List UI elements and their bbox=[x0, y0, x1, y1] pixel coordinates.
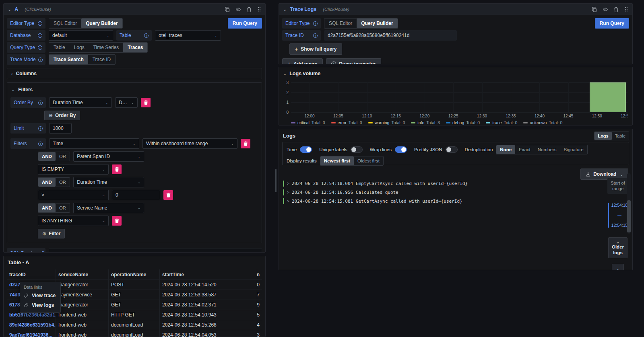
legend-item-debug[interactable]: debugTotal: 0 bbox=[446, 120, 480, 125]
info-icon[interactable] bbox=[38, 126, 43, 131]
info-icon[interactable] bbox=[144, 33, 149, 38]
legend-item-unknown[interactable]: unknownTotal: 0 bbox=[523, 120, 562, 125]
segment-option-numbers[interactable]: Numbers bbox=[534, 145, 560, 154]
segment-option-logs[interactable]: Logs bbox=[70, 43, 89, 52]
remove-filter-button[interactable] bbox=[163, 190, 173, 200]
filter-field-select[interactable]: Service Name bbox=[73, 203, 144, 213]
database-select[interactable]: default bbox=[49, 30, 113, 41]
info-icon[interactable] bbox=[38, 21, 42, 26]
segment-option-traces[interactable]: Traces bbox=[123, 43, 147, 52]
add-filter-button[interactable]: Filter bbox=[38, 229, 65, 238]
filter-operator-select[interactable]: IS EMPTY bbox=[38, 164, 109, 175]
info-icon[interactable] bbox=[313, 21, 318, 26]
filter-field-select[interactable]: Parent Span ID bbox=[73, 151, 144, 162]
segment-option-and[interactable]: AND bbox=[38, 152, 56, 161]
trace-id-input[interactable]: d2a7155ef6a928a05680e5ff6190241d bbox=[324, 30, 457, 41]
collapse-chevron-icon[interactable] bbox=[283, 7, 287, 12]
filter-value-input[interactable]: 0 bbox=[112, 190, 160, 200]
segment-option-query-builder[interactable]: Query Builder bbox=[357, 18, 397, 28]
filter-field-select[interactable]: Duration Time bbox=[73, 177, 144, 187]
segment-option-or[interactable]: OR bbox=[56, 152, 70, 161]
expand-log-chevron[interactable]: > bbox=[287, 198, 289, 204]
legend-item-critical[interactable]: criticalTotal: 0 bbox=[291, 120, 325, 125]
wrap-lines-toggle[interactable] bbox=[395, 146, 407, 153]
segment-option-newest-first[interactable]: Newest first bbox=[320, 156, 354, 165]
show-full-query-button[interactable]: Show full query bbox=[289, 43, 342, 55]
info-icon[interactable] bbox=[38, 101, 43, 105]
segment-option-sql-editor[interactable]: SQL Editor bbox=[49, 18, 81, 28]
copy-icon[interactable] bbox=[592, 7, 597, 12]
prettify-json-toggle[interactable] bbox=[446, 146, 458, 153]
drag-handle-icon[interactable] bbox=[624, 6, 628, 12]
drag-handle-icon[interactable] bbox=[257, 6, 261, 12]
copy-icon[interactable] bbox=[225, 7, 230, 12]
segment-option-table[interactable]: Table bbox=[49, 43, 70, 52]
order-by-direction-select[interactable]: DESC bbox=[115, 97, 138, 108]
scroll-to-top-button[interactable] bbox=[612, 264, 624, 270]
data-link-view-logs[interactable]: View logs bbox=[24, 300, 57, 310]
remove-filter-button[interactable] bbox=[241, 139, 250, 148]
column-header-duration[interactable]: duration bbox=[257, 269, 262, 279]
expand-log-chevron[interactable]: > bbox=[287, 189, 289, 195]
column-header-operationname[interactable]: operationName bbox=[109, 269, 160, 279]
remove-filter-button[interactable] bbox=[112, 164, 122, 174]
trash-icon[interactable] bbox=[614, 7, 619, 12]
time-toggle[interactable] bbox=[300, 146, 312, 153]
column-header-traceid[interactable]: traceID bbox=[7, 269, 56, 279]
legend-item-warning[interactable]: warningTotal: 0 bbox=[368, 120, 405, 125]
segment-option-oldest-first[interactable]: Oldest first bbox=[354, 156, 383, 165]
remove-filter-button[interactable] bbox=[112, 216, 122, 226]
info-icon[interactable] bbox=[38, 142, 43, 146]
segment-option-none[interactable]: None bbox=[496, 145, 515, 154]
info-icon[interactable] bbox=[38, 33, 42, 38]
segment-option-signature[interactable]: Signature bbox=[560, 145, 587, 154]
segment-option-query-builder[interactable]: Query Builder bbox=[81, 18, 122, 28]
filter-operator-select[interactable]: IS ANYTHING bbox=[38, 216, 109, 226]
filter-operator-select[interactable]: > bbox=[38, 190, 109, 200]
page-scrollbar-thumb[interactable] bbox=[275, 169, 277, 192]
segment-option-trace-id[interactable]: Trace ID bbox=[88, 55, 116, 64]
filter-field-select[interactable]: Time bbox=[49, 138, 139, 149]
segment-option-trace-search[interactable]: Trace Search bbox=[49, 55, 88, 64]
segment-option-time-series[interactable]: Time Series bbox=[89, 43, 124, 52]
segment-option-or[interactable]: OR bbox=[56, 203, 70, 212]
query-inspector-button[interactable]: Query inspector bbox=[326, 58, 381, 64]
data-link-view-trace[interactable]: View trace bbox=[24, 291, 57, 300]
info-icon[interactable] bbox=[41, 251, 45, 253]
trash-icon[interactable] bbox=[247, 7, 252, 12]
limit-input[interactable]: 1000 bbox=[49, 123, 72, 134]
add-order-by-button[interactable]: Order By bbox=[44, 111, 80, 120]
filter-range-select[interactable]: Within dashboard time range bbox=[142, 138, 237, 149]
segment-option-table[interactable]: Table bbox=[612, 132, 629, 140]
eye-icon[interactable] bbox=[235, 7, 241, 12]
order-by-field-select[interactable]: Duration Time bbox=[49, 97, 112, 108]
logs-scrollbar-thumb[interactable] bbox=[627, 200, 631, 232]
columns-section[interactable]: Columns bbox=[7, 68, 262, 79]
table-select[interactable]: otel_traces bbox=[155, 30, 221, 41]
segment-option-and[interactable]: AND bbox=[38, 203, 56, 212]
legend-item-trace[interactable]: traceTotal: 0 bbox=[486, 120, 517, 125]
run-query-button[interactable]: Run Query bbox=[595, 18, 629, 29]
info-icon[interactable] bbox=[38, 58, 43, 62]
column-header-servicename[interactable]: serviceName bbox=[56, 269, 109, 279]
add-query-button[interactable]: Add query bbox=[282, 58, 323, 64]
info-icon[interactable] bbox=[38, 45, 42, 50]
collapse-chevron-icon[interactable] bbox=[8, 7, 11, 12]
legend-item-error[interactable]: errorTotal: 0 bbox=[331, 120, 362, 125]
remove-order-by-button[interactable] bbox=[141, 98, 151, 107]
segment-option-exact[interactable]: Exact bbox=[515, 145, 534, 154]
older-logs-button[interactable]: Older logs bbox=[608, 237, 627, 259]
unique-labels-toggle[interactable] bbox=[351, 146, 363, 153]
run-query-button[interactable]: Run Query bbox=[228, 18, 262, 29]
segment-option-sql-editor[interactable]: SQL Editor bbox=[324, 18, 357, 28]
eye-icon[interactable] bbox=[603, 7, 608, 12]
info-icon[interactable] bbox=[313, 33, 318, 38]
legend-item-info[interactable]: infoTotal: 3 bbox=[411, 120, 440, 125]
trace-id-link[interactable]: 89cf4286e631591b4... bbox=[7, 320, 56, 330]
bar-info[interactable] bbox=[590, 82, 625, 112]
trace-id-link[interactable]: 9ae7acf61941936... bbox=[7, 330, 56, 337]
expand-log-chevron[interactable]: > bbox=[287, 181, 289, 187]
logs-volume-header[interactable]: Logs volume bbox=[279, 67, 632, 76]
filters-section-header[interactable]: Filters bbox=[11, 87, 258, 92]
column-header-starttime[interactable]: startTime bbox=[160, 269, 257, 279]
